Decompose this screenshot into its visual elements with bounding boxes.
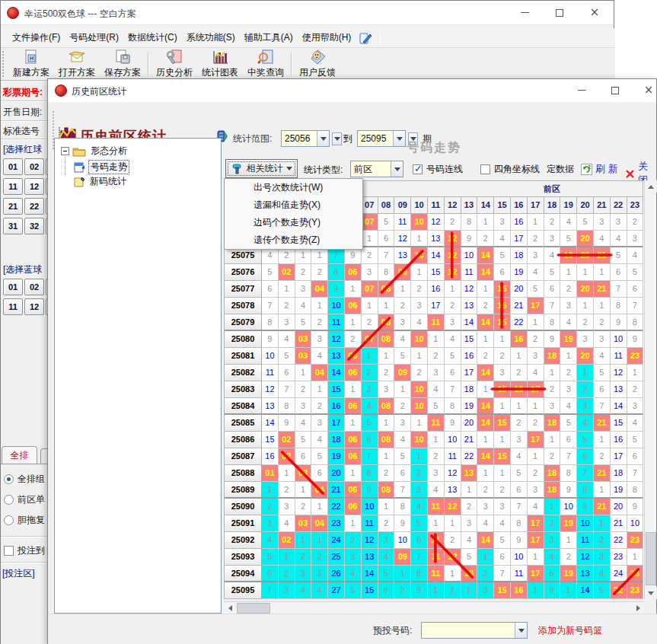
radio-front-single[interactable]: 前区单: [4, 493, 45, 505]
dropdown-arrow-icon[interactable]: [391, 161, 403, 177]
dialog-maximize-button[interactable]: [598, 79, 633, 101]
statistics-chart-button[interactable]: 统计图表: [197, 48, 243, 80]
horizontal-scroll-thumb[interactable]: [237, 603, 270, 614]
pencil-doc-icon[interactable]: [359, 31, 372, 45]
trend-cell: 9: [362, 482, 378, 499]
bet-to-checkbox[interactable]: 投注到: [4, 544, 45, 556]
red-ball-button[interactable]: 21: [3, 198, 23, 215]
radio-full-group[interactable]: 全排组: [4, 473, 45, 485]
trend-cell: 5: [345, 582, 362, 599]
vertical-scroll-thumb[interactable]: [646, 532, 656, 585]
trend-cell: 08: [378, 432, 395, 448]
add-to-basket-link[interactable]: 添加为新号码篮: [538, 624, 602, 637]
dialog-minimize-button[interactable]: [564, 79, 599, 101]
maximize-button[interactable]: [542, 1, 577, 24]
number-line-checkbox[interactable]: 号码连线: [413, 163, 463, 176]
dialog-logo-icon: [55, 84, 67, 97]
dialog-close-button[interactable]: ×: [631, 79, 657, 101]
vertical-scrollbar[interactable]: [644, 180, 656, 599]
menu-number[interactable]: 号码处理(R): [65, 29, 123, 46]
dropdown-arrow-icon[interactable]: [515, 623, 527, 638]
menu-system[interactable]: 系统功能(S): [182, 29, 240, 46]
period-cell: 25086: [225, 432, 262, 448]
trend-cell: 20: [577, 281, 594, 298]
menu-help[interactable]: 使用帮助(H): [298, 29, 356, 46]
radio-dantuo[interactable]: 胆拖复: [4, 514, 45, 526]
trend-cell: 5: [311, 448, 328, 465]
horizontal-scrollbar[interactable]: [224, 601, 644, 614]
column-header: 21: [594, 197, 611, 214]
menu-item[interactable]: 边码个数走势(Y): [225, 214, 362, 231]
menu-statistics[interactable]: 数据统计(C): [123, 29, 182, 46]
tab-full-permutation[interactable]: 全排: [2, 446, 37, 464]
new-plan-button[interactable]: H 新建方案: [8, 48, 54, 80]
trend-cell: 8: [262, 314, 279, 331]
red-ball-button[interactable]: 32: [24, 218, 44, 234]
trend-cell: 1: [560, 264, 577, 281]
red-ball-button[interactable]: 12: [24, 178, 44, 195]
winning-query-button[interactable]: 中奖查询: [243, 48, 289, 80]
trend-cell: 2: [477, 231, 494, 247]
trend-cell: 3: [627, 398, 644, 415]
scroll-down-button[interactable]: [645, 587, 657, 599]
trend-cell: 02: [279, 448, 295, 465]
tab-standard-select[interactable]: 标准选号: [3, 125, 40, 138]
lock-data-label[interactable]: 定数据: [547, 163, 574, 176]
minimize-button[interactable]: [507, 1, 542, 24]
menu-tools[interactable]: 辅助工具(A): [240, 29, 298, 46]
scroll-left-button[interactable]: [224, 602, 236, 614]
refresh-button[interactable]: 2 刷 新: [581, 162, 618, 176]
blue-ball-button[interactable]: 02: [24, 279, 44, 295]
checkbox-checked-icon: [413, 164, 423, 174]
red-ball-button[interactable]: 11: [3, 178, 23, 195]
toolbar-grip: [2, 51, 7, 77]
trend-cell: 10: [411, 381, 428, 398]
red-ball-button[interactable]: 01: [3, 158, 23, 175]
scroll-right-button[interactable]: [632, 602, 644, 614]
save-plan-button[interactable]: 保存方案: [100, 48, 145, 80]
trend-cell: 26: [328, 566, 345, 582]
menu-item[interactable]: 出号次数统计(W): [225, 179, 362, 196]
trend-cell: 1: [528, 214, 544, 231]
history-analysis-button[interactable]: 历史分析: [151, 48, 197, 80]
trend-cell: 03: [295, 465, 312, 482]
trend-cell: 5: [295, 314, 312, 331]
red-ball-button[interactable]: 02: [24, 158, 44, 175]
red-ball-button[interactable]: 31: [3, 218, 23, 234]
trend-cell: 21: [328, 482, 345, 499]
tree-node-number-trend[interactable]: 号码走势: [73, 160, 129, 174]
collapse-icon[interactable]: [61, 147, 69, 155]
trend-cell: 3: [544, 398, 561, 415]
toolbar-separator: [148, 52, 149, 76]
menu-item[interactable]: 遗漏和值走势(X): [225, 196, 362, 214]
trend-cell: 2: [560, 549, 577, 566]
related-statistics-button[interactable]: 相关统计: [225, 159, 298, 178]
red-ball-button[interactable]: 22: [24, 198, 44, 215]
close-button[interactable]: ×: [577, 1, 612, 24]
trend-cell: 1: [560, 348, 577, 365]
red-ball-grid: 010203111213212223313233: [3, 158, 48, 238]
open-plan-button[interactable]: 打开方案: [54, 48, 100, 80]
tool-label: 历史分析: [156, 66, 193, 79]
stat-type-combobox[interactable]: 前区: [350, 161, 403, 177]
scroll-up-button[interactable]: [645, 180, 657, 193]
pre-bet-number-combobox[interactable]: [421, 622, 528, 639]
trend-cell: 1: [394, 566, 411, 582]
corner-axis-checkbox[interactable]: 四角坐标线: [480, 163, 540, 176]
minimize-icon: [578, 90, 586, 91]
blue-ball-button[interactable]: 01: [3, 279, 23, 295]
blue-ball-button[interactable]: 11: [3, 298, 23, 315]
trend-cell: 14: [477, 415, 494, 432]
tree-node-new-code-stats[interactable]: 新码统计: [73, 175, 128, 188]
trend-cell: 3: [295, 566, 312, 582]
menu-file[interactable]: 文件操作(F): [8, 29, 65, 46]
user-feedback-button[interactable]: 用户反馈: [295, 48, 340, 80]
trend-cell: 6: [511, 482, 528, 499]
trend-cell: 09: [394, 365, 411, 381]
main-titlebar[interactable]: 幸运500双色球 --- 空白方案 ×: [1, 1, 614, 25]
tree-node-pattern-analysis[interactable]: 形态分析: [61, 145, 129, 158]
dialog-titlebar[interactable]: 历史前区统计 ×: [48, 79, 656, 102]
blue-ball-button[interactable]: 12: [24, 298, 44, 315]
trend-cell: 18: [461, 381, 478, 398]
menu-item[interactable]: 遗传个数走势(Z): [225, 231, 362, 249]
